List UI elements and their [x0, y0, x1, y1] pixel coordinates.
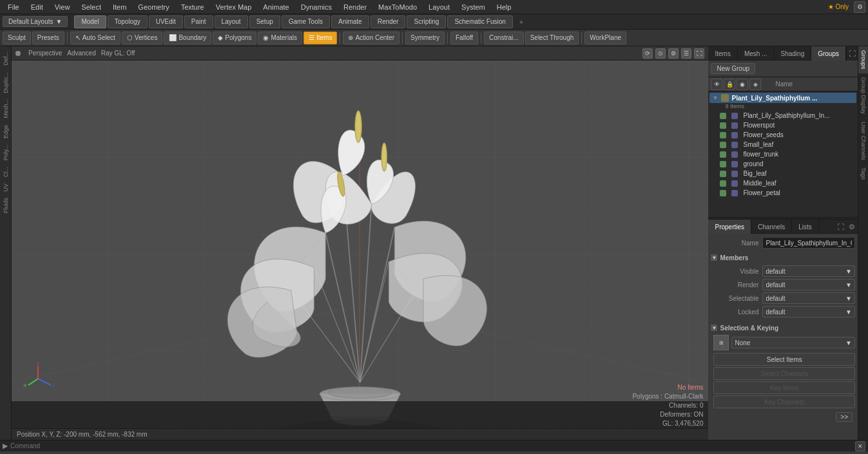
- menu-animate[interactable]: Animate: [258, 2, 294, 12]
- menu-layout[interactable]: Layout: [423, 2, 455, 12]
- viewport-expand-button[interactable]: ⛶: [694, 48, 704, 59]
- lock-icon[interactable]: 🔒: [724, 79, 735, 90]
- sidebar-item-duplic[interactable]: Duplic...: [1, 70, 10, 96]
- viewport-canvas[interactable]: Z X Y No Items Polygons : Catmull-Clark …: [12, 61, 708, 440]
- tab-groups[interactable]: Groups: [811, 46, 846, 61]
- add-tab-button[interactable]: +: [514, 17, 528, 27]
- sidebar-item-uv[interactable]: UV: [1, 181, 10, 194]
- vtab-groups[interactable]: Groups: [858, 46, 868, 73]
- members-section-header[interactable]: ▼ Members: [711, 252, 855, 263]
- prop-expand-button[interactable]: ⛶: [834, 220, 846, 234]
- symmetry-button[interactable]: Symmetry: [405, 32, 445, 44]
- menu-select[interactable]: Select: [76, 2, 106, 12]
- command-arrow[interactable]: ▶: [3, 442, 8, 450]
- list-item-2[interactable]: Flower_seeds: [709, 130, 856, 140]
- prop-settings-button[interactable]: ⚙: [846, 220, 858, 234]
- sidebar-item-cl[interactable]: Cl...: [1, 164, 10, 180]
- workplane-button[interactable]: WorkPlane: [584, 32, 626, 44]
- menu-render[interactable]: Render: [338, 2, 372, 12]
- prop-tab-lists[interactable]: Lists: [792, 220, 819, 234]
- mode-uvedit[interactable]: UVEdit: [149, 15, 183, 28]
- presets-button[interactable]: Presets: [32, 32, 64, 44]
- command-input[interactable]: [10, 442, 855, 449]
- boundary-button[interactable]: ⬜ Boundary: [164, 32, 211, 44]
- none-select[interactable]: None ▼: [731, 337, 855, 348]
- vtab-user-channels[interactable]: User Channels: [858, 118, 868, 164]
- list-item-0[interactable]: Plant_Lily_Spathiphyllum_In...: [709, 111, 856, 120]
- list-item-7[interactable]: Middle_leaf: [709, 178, 856, 188]
- key-grid-icon[interactable]: ⊞: [713, 335, 729, 350]
- list-item-6[interactable]: Big_leaf: [709, 169, 856, 178]
- list-item-3[interactable]: Small_leaf: [709, 140, 856, 149]
- layout-select[interactable]: Default Layouts ▼: [3, 16, 68, 27]
- groups-list[interactable]: ▼ Plant_Lily_Spathiphyllum ... 9 Items P…: [708, 91, 858, 217]
- select-items-button[interactable]: Select Items: [713, 353, 855, 366]
- menu-texture[interactable]: Texture: [176, 2, 209, 12]
- menu-vertex-map[interactable]: Vertex Map: [211, 2, 257, 12]
- sidebar-item-fluids[interactable]: Fluids: [1, 195, 10, 216]
- select-through-button[interactable]: Select Through: [525, 32, 579, 44]
- items-button[interactable]: ☰ Items: [304, 32, 337, 44]
- command-clear-button[interactable]: ✕: [855, 441, 865, 451]
- vtab-group-display[interactable]: Group Display: [858, 73, 868, 118]
- settings-icon[interactable]: ⚙: [854, 1, 865, 13]
- arrow-button[interactable]: >>: [836, 412, 853, 422]
- tab-items[interactable]: Items: [708, 46, 737, 61]
- key-items-button[interactable]: Key Items: [713, 381, 855, 394]
- mode-animate[interactable]: Animate: [331, 15, 369, 28]
- prop-visible-select[interactable]: default ▼: [762, 265, 855, 277]
- mode-layout[interactable]: Layout: [215, 15, 248, 28]
- mode-topology[interactable]: Topology: [108, 15, 148, 28]
- tab-shading[interactable]: Shading: [775, 46, 812, 61]
- mode-schematic[interactable]: Schematic Fusion: [447, 15, 512, 28]
- list-item-5[interactable]: ground: [709, 159, 856, 169]
- select-channels-button[interactable]: Select Channels: [713, 367, 855, 380]
- polygons-button[interactable]: ◆ Polygons: [213, 32, 256, 44]
- prop-tab-properties[interactable]: Properties: [708, 220, 751, 234]
- mode-paint[interactable]: Paint: [184, 15, 213, 28]
- constrain-button[interactable]: Constrai...: [484, 32, 524, 44]
- mode-gametools[interactable]: Game Tools: [282, 15, 330, 28]
- falloff-button[interactable]: Falloff: [450, 32, 478, 44]
- viewport-center-button[interactable]: ⊙: [655, 48, 666, 59]
- viewport-menu-button[interactable]: ☰: [681, 48, 691, 59]
- menu-system[interactable]: System: [456, 2, 490, 12]
- panel-expand-button[interactable]: ⛶: [846, 46, 858, 61]
- render-icon[interactable]: ◉: [737, 79, 748, 90]
- list-item-4[interactable]: flower_trunk: [709, 149, 856, 159]
- sidebar-item-def[interactable]: Def...: [1, 49, 10, 68]
- mode-render[interactable]: Render: [371, 15, 406, 28]
- menu-geometry[interactable]: Geometry: [133, 2, 174, 12]
- menu-help[interactable]: Help: [492, 2, 517, 12]
- prop-render-select[interactable]: default ▼: [762, 279, 855, 290]
- tab-mesh[interactable]: Mesh ...: [738, 46, 775, 61]
- sidebar-item-edge[interactable]: Edge: [1, 122, 10, 141]
- menu-view[interactable]: View: [50, 2, 75, 12]
- materials-button[interactable]: ◉ Materials: [258, 32, 302, 44]
- mode-scripting[interactable]: Scripting: [407, 15, 446, 28]
- menu-edit[interactable]: Edit: [26, 2, 48, 12]
- mode-setup[interactable]: Setup: [249, 15, 280, 28]
- new-group-button[interactable]: New Group: [711, 63, 755, 74]
- viewport[interactable]: Perspective Advanced Ray GL: Off ⟳ ⊙ ⚙ ☰…: [12, 46, 708, 440]
- prop-locked-select[interactable]: default ▼: [762, 306, 855, 317]
- action-center-button[interactable]: ⊕ Action Center: [343, 32, 400, 44]
- prop-tab-channels[interactable]: Channels: [751, 220, 792, 234]
- viewport-reset-button[interactable]: ⟳: [642, 48, 653, 59]
- vtab-tags[interactable]: Tags: [858, 164, 868, 184]
- sel-keying-header[interactable]: ▼ Selection & Keying: [711, 322, 855, 334]
- sidebar-item-mesh[interactable]: Mesh...: [1, 97, 10, 121]
- menu-file[interactable]: File: [3, 2, 24, 12]
- sidebar-item-poly[interactable]: Poly...: [1, 142, 10, 163]
- vertices-button[interactable]: ⬡ Vertices: [122, 32, 163, 44]
- prop-name-input[interactable]: [762, 237, 855, 249]
- sel-icon[interactable]: ◈: [749, 79, 761, 90]
- menu-item[interactable]: Item: [108, 2, 131, 12]
- viewport-settings-button[interactable]: ⚙: [668, 48, 679, 59]
- prop-selectable-select[interactable]: default ▼: [762, 292, 855, 304]
- sculpt-button[interactable]: Sculpt: [3, 32, 31, 44]
- key-channels-button[interactable]: Key Channels: [713, 395, 855, 408]
- list-item-8[interactable]: Flower_petal: [709, 188, 856, 198]
- list-item-top[interactable]: ▼ Plant_Lily_Spathiphyllum ...: [709, 93, 856, 103]
- menu-dynamics[interactable]: Dynamics: [296, 2, 337, 12]
